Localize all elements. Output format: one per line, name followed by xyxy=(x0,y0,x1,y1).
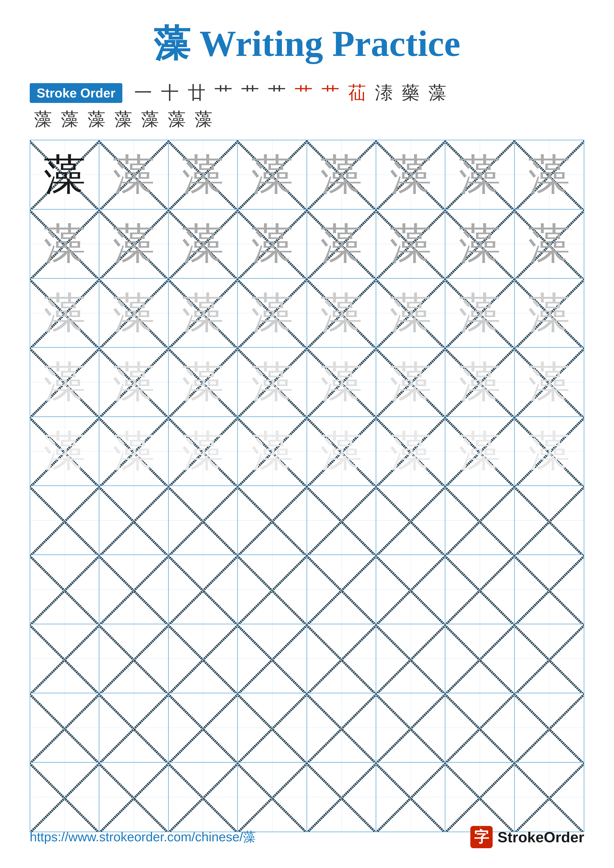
practice-char: 藻 xyxy=(113,361,155,403)
grid-cell-6-2[interactable] xyxy=(99,486,168,555)
grid-cell-3-4[interactable]: 藻 xyxy=(238,279,307,348)
practice-char: 藻 xyxy=(251,223,293,265)
grid-cell-8-6[interactable] xyxy=(376,624,445,693)
grid-cell-2-8[interactable]: 藻 xyxy=(515,209,584,279)
grid-cell-5-4[interactable]: 藻 xyxy=(238,417,307,486)
practice-char: 藻 xyxy=(459,361,501,403)
grid-cell-2-1[interactable]: 藻 xyxy=(30,209,99,279)
grid-cell-10-2[interactable] xyxy=(99,763,168,832)
grid-row-4: 藻 藻 藻 藻 藻 藻 藻 xyxy=(30,348,584,417)
grid-cell-4-6[interactable]: 藻 xyxy=(376,348,445,417)
grid-cell-5-8[interactable]: 藻 xyxy=(515,417,584,486)
grid-cell-4-5[interactable]: 藻 xyxy=(307,348,376,417)
grid-cell-2-2[interactable]: 藻 xyxy=(99,209,168,279)
grid-cell-1-2[interactable]: 藻 xyxy=(99,140,168,209)
grid-cell-1-7[interactable]: 藻 xyxy=(445,140,515,209)
grid-cell-1-6[interactable]: 藻 xyxy=(376,140,445,209)
grid-cell-7-6[interactable] xyxy=(376,555,445,624)
grid-cell-8-7[interactable] xyxy=(445,624,515,693)
grid-cell-10-6[interactable] xyxy=(376,763,445,832)
stroke-r2-6: 藻 xyxy=(168,108,186,130)
practice-char: 藻 xyxy=(251,292,293,334)
grid-cell-9-8[interactable] xyxy=(515,693,584,763)
grid-cell-3-6[interactable]: 藻 xyxy=(376,279,445,348)
practice-char: 藻 xyxy=(320,153,362,196)
grid-cell-10-1[interactable] xyxy=(30,763,99,832)
grid-cell-8-8[interactable] xyxy=(515,624,584,693)
grid-cell-7-5[interactable] xyxy=(307,555,376,624)
grid-cell-4-4[interactable]: 藻 xyxy=(238,348,307,417)
grid-cell-1-5[interactable]: 藻 xyxy=(307,140,376,209)
grid-cell-9-6[interactable] xyxy=(376,693,445,763)
grid-cell-8-2[interactable] xyxy=(99,624,168,693)
grid-cell-5-7[interactable]: 藻 xyxy=(445,417,515,486)
grid-cell-9-2[interactable] xyxy=(99,693,168,763)
grid-cell-7-2[interactable] xyxy=(99,555,168,624)
grid-cell-6-7[interactable] xyxy=(445,486,515,555)
practice-char: 藻 xyxy=(182,223,224,265)
grid-cell-1-3[interactable]: 藻 xyxy=(169,140,238,209)
grid-cell-3-1[interactable]: 藻 xyxy=(30,279,99,348)
grid-cell-7-3[interactable] xyxy=(169,555,238,624)
grid-cell-5-1[interactable]: 藻 xyxy=(30,417,99,486)
grid-cell-5-3[interactable]: 藻 xyxy=(169,417,238,486)
grid-cell-7-1[interactable] xyxy=(30,555,99,624)
grid-cell-3-5[interactable]: 藻 xyxy=(307,279,376,348)
grid-cell-1-8[interactable]: 藻 xyxy=(515,140,584,209)
grid-cell-2-4[interactable]: 藻 xyxy=(238,209,307,279)
stroke-10: 溙 xyxy=(375,82,393,104)
grid-cell-2-6[interactable]: 藻 xyxy=(376,209,445,279)
grid-cell-8-1[interactable] xyxy=(30,624,99,693)
footer-brand: 字 StrokeOrder xyxy=(470,826,584,848)
grid-cell-7-8[interactable] xyxy=(515,555,584,624)
grid-cell-10-5[interactable] xyxy=(307,763,376,832)
grid-cell-2-5[interactable]: 藻 xyxy=(307,209,376,279)
practice-char: 藻 xyxy=(251,430,293,472)
grid-cell-3-8[interactable]: 藻 xyxy=(515,279,584,348)
grid-cell-4-8[interactable]: 藻 xyxy=(515,348,584,417)
grid-cell-8-5[interactable] xyxy=(307,624,376,693)
grid-cell-2-7[interactable]: 藻 xyxy=(445,209,515,279)
grid-cell-9-3[interactable] xyxy=(169,693,238,763)
grid-cell-4-3[interactable]: 藻 xyxy=(169,348,238,417)
grid-cell-9-5[interactable] xyxy=(307,693,376,763)
grid-cell-2-3[interactable]: 藻 xyxy=(169,209,238,279)
practice-char: 藻 xyxy=(528,292,570,334)
grid-cell-4-2[interactable]: 藻 xyxy=(99,348,168,417)
practice-char: 藻 xyxy=(182,153,224,196)
grid-cell-5-5[interactable]: 藻 xyxy=(307,417,376,486)
grid-cell-7-4[interactable] xyxy=(238,555,307,624)
practice-char: 藻 xyxy=(528,153,570,196)
grid-cell-9-1[interactable] xyxy=(30,693,99,763)
practice-char: 藻 xyxy=(320,361,362,403)
grid-cell-6-4[interactable] xyxy=(238,486,307,555)
grid-cell-8-3[interactable] xyxy=(169,624,238,693)
grid-cell-3-3[interactable]: 藻 xyxy=(169,279,238,348)
grid-cell-5-6[interactable]: 藻 xyxy=(376,417,445,486)
grid-cell-4-7[interactable]: 藻 xyxy=(445,348,515,417)
title-text: Writing Practice xyxy=(190,23,460,64)
grid-cell-3-2[interactable]: 藻 xyxy=(99,279,168,348)
grid-cell-8-4[interactable] xyxy=(238,624,307,693)
grid-cell-6-8[interactable] xyxy=(515,486,584,555)
grid-cell-5-2[interactable]: 藻 xyxy=(99,417,168,486)
grid-cell-6-1[interactable] xyxy=(30,486,99,555)
grid-cell-6-3[interactable] xyxy=(169,486,238,555)
grid-cell-10-7[interactable] xyxy=(445,763,515,832)
grid-cell-6-5[interactable] xyxy=(307,486,376,555)
footer-url[interactable]: https://www.strokeorder.com/chinese/藻 xyxy=(30,828,256,846)
grid-cell-10-8[interactable] xyxy=(515,763,584,832)
grid-cell-10-4[interactable] xyxy=(238,763,307,832)
practice-char: 藻 xyxy=(320,292,362,334)
grid-cell-9-4[interactable] xyxy=(238,693,307,763)
grid-cell-10-3[interactable] xyxy=(169,763,238,832)
practice-char: 藻 xyxy=(44,361,86,403)
grid-cell-7-7[interactable] xyxy=(445,555,515,624)
grid-cell-6-6[interactable] xyxy=(376,486,445,555)
grid-cell-1-1[interactable]: 藻 xyxy=(30,140,99,209)
practice-char: 藻 xyxy=(528,430,570,472)
grid-cell-3-7[interactable]: 藻 xyxy=(445,279,515,348)
grid-cell-9-7[interactable] xyxy=(445,693,515,763)
grid-cell-1-4[interactable]: 藻 xyxy=(238,140,307,209)
grid-cell-4-1[interactable]: 藻 xyxy=(30,348,99,417)
